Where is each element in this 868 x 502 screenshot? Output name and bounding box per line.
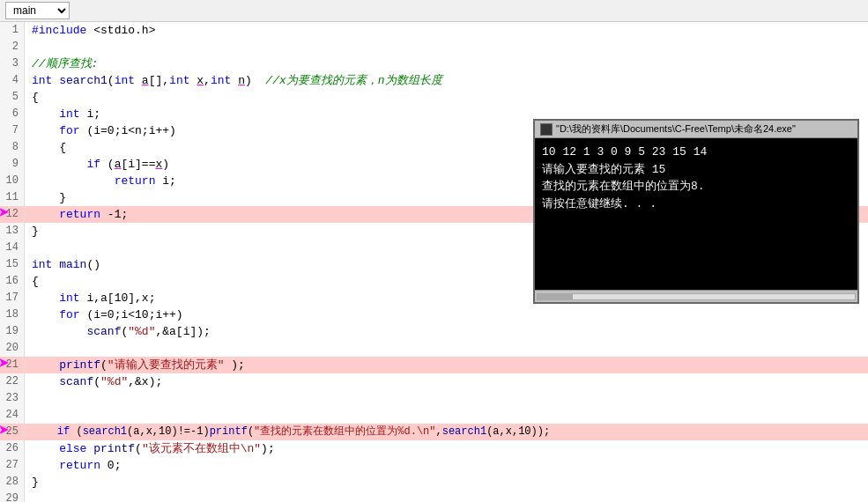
code-line-28: 28 } xyxy=(0,474,868,491)
code-line-24: 24 xyxy=(0,407,868,424)
terminal-line-1: 10 12 1 3 0 9 5 23 15 14 xyxy=(542,144,850,161)
terminal-line-2: 请输入要查找的元素 15 xyxy=(542,161,850,179)
code-line-1: 1 #include <stdio.h> xyxy=(0,22,868,39)
code-line-20: 20 xyxy=(0,340,868,357)
terminal-titlebar: "D:\我的资料库\Documents\C-Free\Temp\未命名24.ex… xyxy=(535,121,857,138)
code-line-22: 22 scanf("%d",&x); xyxy=(0,373,868,390)
arrow-marker-12: ➤ xyxy=(0,206,10,223)
arrow-marker-21: ➤ xyxy=(0,357,10,373)
code-line-19: 19 scanf("%d",&a[i]); xyxy=(0,323,868,340)
scroll-thumb xyxy=(538,294,573,299)
code-line-26: 26 else printf("该元素不在数组中\n"); xyxy=(0,440,868,457)
editor-area: 1 #include <stdio.h> 2 3 //顺序查找: 4 int s… xyxy=(0,22,868,502)
arrow-marker-25: ➤ xyxy=(0,424,10,440)
code-line-21: 21 printf("请输入要查找的元素" ); ➤ xyxy=(0,357,868,373)
code-line-25: 25 if (search1(a,x,10)!=-1)printf("查找的元素… xyxy=(0,424,868,440)
code-line-23: 23 xyxy=(0,390,868,407)
terminal-line-3: 查找的元素在数组中的位置为8. xyxy=(542,178,850,196)
code-line-29: 29 xyxy=(0,491,868,502)
code-line-4: 4 int search1(int a[],int x,int n) //x为要… xyxy=(0,72,868,89)
code-line-5: 5 { xyxy=(0,89,868,106)
scroll-track xyxy=(537,293,856,300)
terminal-line-4: 请按任意键继续. . . xyxy=(542,196,850,213)
code-line-27: 27 return 0; xyxy=(0,457,868,474)
terminal-window: "D:\我的资料库\Documents\C-Free\Temp\未命名24.ex… xyxy=(533,119,859,304)
function-dropdown[interactable]: main search1 xyxy=(5,2,70,19)
code-line-18: 18 for (i=0;i<10;i++) xyxy=(0,306,868,323)
code-line-3: 3 //顺序查找: xyxy=(0,55,868,72)
terminal-content: 10 12 1 3 0 9 5 23 15 14 请输入要查找的元素 15 查找… xyxy=(535,138,857,218)
terminal-scrollbar[interactable] xyxy=(535,290,857,302)
code-line-2: 2 xyxy=(0,39,868,55)
top-bar: main search1 xyxy=(0,0,868,22)
terminal-title: "D:\我的资料库\Documents\C-Free\Temp\未命名24.ex… xyxy=(556,122,796,136)
terminal-icon xyxy=(540,123,553,136)
